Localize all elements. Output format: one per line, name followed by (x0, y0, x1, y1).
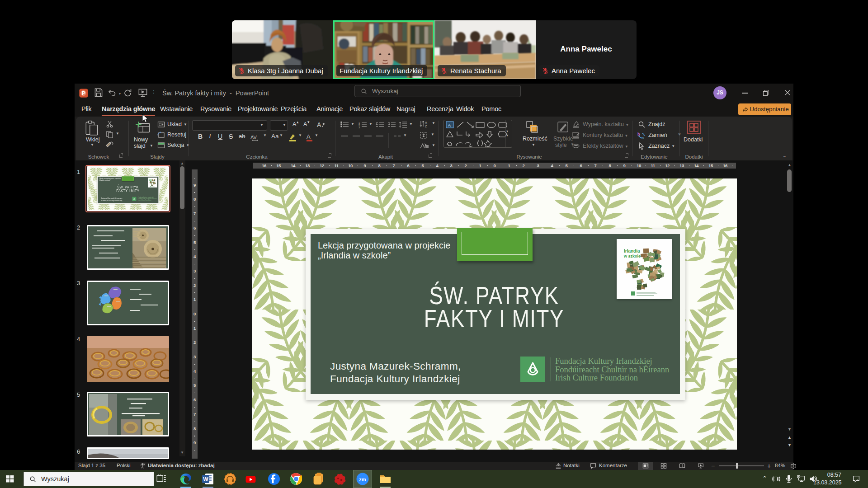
svg-text:A: A (425, 121, 427, 124)
svg-text:A: A (448, 123, 451, 127)
svg-text:A: A (317, 121, 321, 128)
svg-text:Z: Z (425, 125, 427, 128)
svg-text:W: W (203, 476, 208, 483)
svg-text:Irlandia: Irlandia (624, 249, 640, 253)
svg-text:AV: AV (250, 135, 257, 140)
svg-text:zm: zm (359, 477, 366, 482)
svg-text:3: 3 (359, 126, 360, 128)
svg-text:A: A (307, 133, 311, 140)
svg-text:w szkole: w szkole (623, 254, 641, 258)
svg-text:w szkole: w szkole (149, 180, 152, 181)
svg-text:P: P (82, 90, 85, 96)
svg-text:c: c (642, 136, 644, 140)
